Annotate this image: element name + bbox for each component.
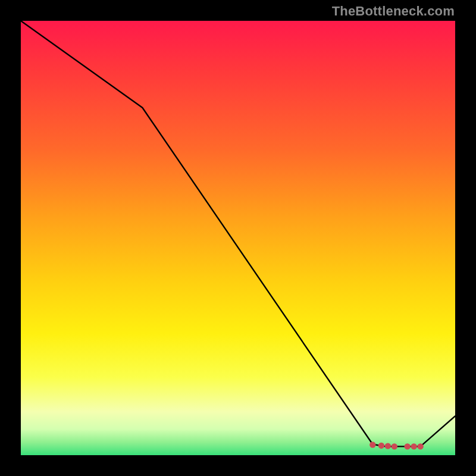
plot-area <box>21 21 455 455</box>
chart-frame: TheBottleneck.com <box>0 0 476 476</box>
chart-marker <box>378 443 384 449</box>
chart-marker <box>369 441 375 447</box>
chart-marker <box>392 443 397 449</box>
chart-marker <box>411 443 416 449</box>
chart-marker <box>405 443 411 449</box>
chart-marker <box>385 443 391 449</box>
chart-line <box>21 21 455 446</box>
watermark-text: TheBottleneck.com <box>332 4 455 19</box>
chart-line-group <box>21 21 455 446</box>
chart-marker <box>417 443 423 449</box>
chart-svg <box>21 21 455 455</box>
